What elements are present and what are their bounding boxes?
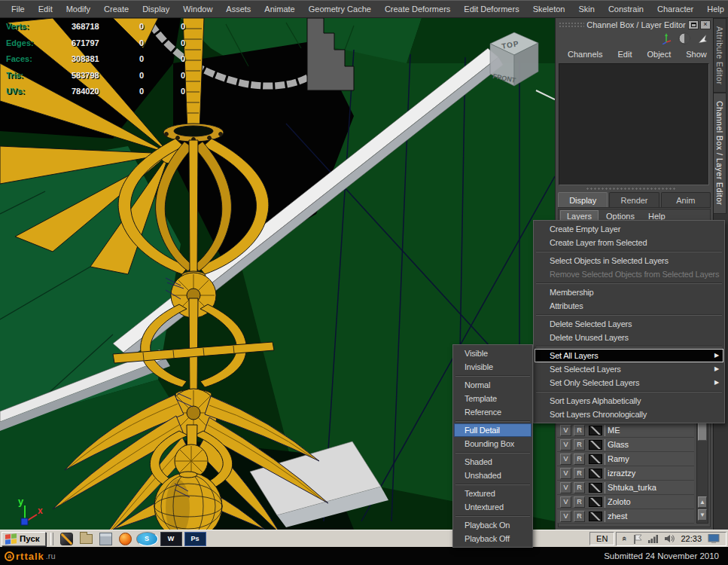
submenu-item[interactable]: Reference xyxy=(454,405,532,419)
Shtuka_turka[interactable]: V R Shtuka_turka xyxy=(557,481,694,495)
submenu-item[interactable]: Textured xyxy=(454,487,532,500)
calculator-icon[interactable] xyxy=(99,533,112,545)
layer-reference-toggle[interactable]: R xyxy=(574,454,585,465)
layer-visibility-toggle[interactable]: V xyxy=(560,439,571,450)
panel-grip-handle[interactable] xyxy=(559,22,584,28)
move-axis-icon[interactable] xyxy=(660,32,672,44)
submenu-item[interactable]: Playback On xyxy=(454,518,532,532)
hidden-icons-chevron[interactable]: « xyxy=(620,536,629,541)
channel-box-menu-item[interactable]: Object xyxy=(641,48,677,60)
panel-restore-button[interactable] xyxy=(688,20,699,29)
menu-item[interactable]: File xyxy=(5,2,32,16)
submenu-item[interactable]: Untextured xyxy=(454,500,532,514)
submenu-item[interactable]: Template xyxy=(454,392,532,405)
channel-box-empty-area[interactable] xyxy=(559,63,709,185)
submenu-item[interactable]: Playback Off xyxy=(454,532,532,545)
layer-visibility-toggle[interactable]: V xyxy=(560,468,571,479)
izraztzy[interactable]: V R izraztzy xyxy=(557,466,694,481)
network-signal-icon[interactable] xyxy=(648,534,659,543)
volume-speaker-icon[interactable] xyxy=(665,534,675,543)
language-indicator[interactable]: EN xyxy=(589,532,614,545)
security-flag-icon[interactable] xyxy=(633,534,642,544)
submenu-item[interactable]: Visible xyxy=(454,347,532,360)
start-button[interactable]: Пуск xyxy=(2,532,46,546)
select-arrow-icon[interactable] xyxy=(696,32,708,44)
ME[interactable]: V R ME xyxy=(557,423,694,438)
layer-editor-tab[interactable]: Render xyxy=(609,192,659,207)
layer-visibility-toggle[interactable]: V xyxy=(560,511,571,522)
context-menu-item[interactable]: Set Only Selected Layers ▶ xyxy=(535,376,723,389)
layer-visibility-toggle[interactable]: V xyxy=(560,482,571,493)
layer-color-swatch[interactable] xyxy=(589,454,602,464)
context-menu-item[interactable]: Create Empty Layer ▶ xyxy=(535,222,723,236)
submenu-item[interactable]: Full Detail xyxy=(454,423,532,437)
layer-reference-toggle[interactable]: R xyxy=(574,511,585,522)
context-menu-item[interactable]: Sort Layers Chronologically ▶ xyxy=(535,408,723,421)
render-sphere-icon[interactable] xyxy=(678,32,690,44)
submenu-item[interactable]: Unshaded xyxy=(454,469,532,482)
context-menu-item[interactable]: Attributes ▶ xyxy=(535,299,723,313)
layer-color-swatch[interactable] xyxy=(589,469,602,478)
winamp-icon[interactable] xyxy=(60,533,73,545)
context-menu-item[interactable]: Membership ▶ xyxy=(535,286,723,299)
menu-item[interactable]: Edit xyxy=(32,2,59,16)
submenu-item[interactable]: Bounding Box xyxy=(454,437,532,450)
Ramy[interactable]: V R Ramy xyxy=(557,452,694,466)
menu-item[interactable]: Assets xyxy=(219,2,257,16)
layer-editor-tab[interactable]: Display xyxy=(558,192,608,207)
layer-editor-tab[interactable]: Anim xyxy=(661,192,711,207)
messenger-task-button[interactable]: W xyxy=(160,532,182,546)
Glass[interactable]: V R Glass xyxy=(557,438,694,452)
panel-close-button[interactable]: × xyxy=(700,20,711,29)
menu-item[interactable]: Edit Deformers xyxy=(457,2,525,16)
context-menu-item[interactable]: Delete Selected Layers ▶ xyxy=(535,317,723,331)
submenu-item[interactable]: Normal xyxy=(454,378,532,392)
clock[interactable]: 22:33 xyxy=(681,534,702,543)
layer-color-swatch[interactable] xyxy=(589,426,602,435)
context-menu-item[interactable]: Set Selected Layers ▶ xyxy=(535,362,723,376)
menu-item[interactable]: Character xyxy=(650,2,700,16)
menu-item[interactable]: Window xyxy=(176,2,219,16)
menu-item[interactable]: Create xyxy=(97,2,136,16)
side-tab[interactable]: Attribute Editor xyxy=(714,18,726,93)
layer-visibility-toggle[interactable]: V xyxy=(560,454,571,465)
submenu-item[interactable]: Shaded xyxy=(454,455,532,469)
firefox-icon[interactable] xyxy=(119,533,132,545)
context-menu-item[interactable]: Set All Layers ▶ xyxy=(535,349,723,362)
folder-icon[interactable] xyxy=(80,534,93,544)
context-menu-item[interactable]: Select Objects in Selected Layers ▶ xyxy=(535,254,723,267)
layer-reference-toggle[interactable]: R xyxy=(574,496,585,508)
zhest[interactable]: V R zhest xyxy=(557,509,694,524)
layer-reference-toggle[interactable]: R xyxy=(574,439,585,450)
panel-splitter-handle[interactable] xyxy=(586,187,676,191)
context-menu-item[interactable]: Delete Unused Layers ▶ xyxy=(535,331,723,344)
channel-box-menu-item[interactable]: Channels xyxy=(562,48,608,60)
menu-item[interactable]: Animate xyxy=(257,2,301,16)
scroll-up-button[interactable]: ▲ xyxy=(698,496,707,508)
context-menu-item[interactable]: Sort Layers Alphabetically ▶ xyxy=(535,394,723,408)
menu-item[interactable]: Geometry Cache xyxy=(302,2,378,16)
layer-color-swatch[interactable] xyxy=(589,497,602,507)
menu-item[interactable]: Skin xyxy=(571,2,601,16)
layer-visibility-toggle[interactable]: V xyxy=(560,496,571,508)
layer-reference-toggle[interactable]: R xyxy=(574,468,585,479)
photoshop-task-button[interactable]: Ps xyxy=(184,532,206,546)
display-settings-icon[interactable] xyxy=(708,534,720,544)
layer-color-swatch[interactable] xyxy=(589,483,602,493)
context-menu-item[interactable]: Create Layer from Selected ▶ xyxy=(535,236,723,249)
menu-item[interactable]: Skeleton xyxy=(526,2,572,16)
side-tab[interactable]: Channel Box / Layer Editor xyxy=(714,93,726,214)
arttalk-logo[interactable]: a rttalk .ru xyxy=(5,551,56,562)
menu-item[interactable]: Constrain xyxy=(602,2,650,16)
quick-launch-grip[interactable] xyxy=(50,533,53,545)
layer-reference-toggle[interactable]: R xyxy=(574,425,585,436)
Zoloto[interactable]: V R Zoloto xyxy=(557,495,694,509)
skype-task-button[interactable]: S xyxy=(136,532,158,546)
menu-item[interactable]: Create Deformers xyxy=(378,2,457,16)
layer-color-swatch[interactable] xyxy=(589,440,602,450)
layer-color-swatch[interactable] xyxy=(589,512,602,521)
menu-item[interactable]: Help xyxy=(700,2,728,16)
layer-reference-toggle[interactable]: R xyxy=(574,482,585,493)
channel-box-menu-item[interactable]: Show xyxy=(680,48,713,60)
channel-box-menu-item[interactable]: Edit xyxy=(611,48,638,60)
